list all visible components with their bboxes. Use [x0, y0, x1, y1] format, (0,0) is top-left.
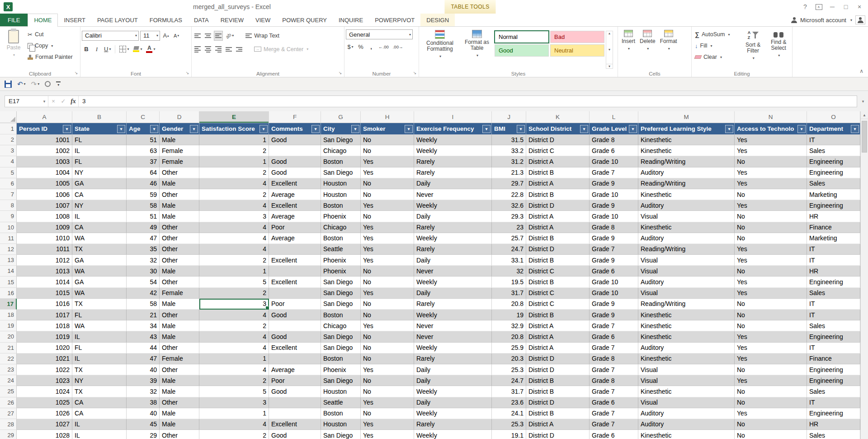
- cell-C14[interactable]: 30: [127, 266, 160, 277]
- cell-I29[interactable]: Weekly: [414, 430, 492, 439]
- cell-F13[interactable]: Excellent: [269, 255, 321, 266]
- cell-B12[interactable]: TX: [72, 244, 127, 255]
- fill-button[interactable]: ↓ Fill ▾: [693, 41, 740, 51]
- tab-powerpivot[interactable]: POWERPIVOT: [369, 14, 420, 26]
- undo-button[interactable]: ↶▾: [17, 80, 26, 88]
- column-header-A[interactable]: A: [17, 111, 72, 123]
- cell-C27[interactable]: 40: [127, 408, 160, 419]
- cell-C18[interactable]: 21: [127, 310, 160, 320]
- cell-D5[interactable]: Other: [160, 167, 199, 178]
- filter-button[interactable]: ▾: [351, 125, 359, 133]
- col-header-person-id[interactable]: Person ID▾: [17, 123, 72, 134]
- cell-J15[interactable]: 19.5: [492, 277, 526, 287]
- cell-O10[interactable]: Finance: [807, 222, 860, 233]
- cell-I21[interactable]: Weekly: [414, 343, 492, 353]
- row-header-4[interactable]: 4: [0, 156, 17, 167]
- cell-M27[interactable]: Auditory: [638, 408, 735, 419]
- cell-F10[interactable]: Poor: [269, 222, 321, 233]
- cell-I7[interactable]: Never: [414, 189, 492, 200]
- find-select-button[interactable]: Find & Select ▾: [766, 28, 791, 58]
- cell-J16[interactable]: 31.7: [492, 288, 526, 299]
- bold-button[interactable]: B: [82, 44, 91, 54]
- cell-G10[interactable]: Chicago: [321, 222, 361, 233]
- cell-F3[interactable]: [269, 145, 321, 156]
- cell-H18[interactable]: No: [361, 310, 414, 320]
- tab-data[interactable]: DATA: [188, 14, 215, 26]
- cell-N20[interactable]: Yes: [735, 331, 807, 342]
- cell-H4[interactable]: Yes: [361, 156, 414, 167]
- cell-D7[interactable]: Other: [160, 189, 199, 200]
- cell-K23[interactable]: District D: [526, 364, 590, 375]
- cell-H12[interactable]: Yes: [361, 244, 414, 255]
- cell-J28[interactable]: 25.3: [492, 419, 526, 430]
- clear-button[interactable]: Clear ▾: [693, 52, 740, 62]
- cell-M29[interactable]: Kinesthetic: [638, 430, 735, 439]
- cell-D10[interactable]: Other: [160, 222, 199, 233]
- cell-K22[interactable]: District D: [526, 353, 590, 364]
- cell-H7[interactable]: No: [361, 189, 414, 200]
- row-header-13[interactable]: 13: [0, 255, 17, 266]
- row-header-10[interactable]: 10: [0, 222, 17, 233]
- cell-B9[interactable]: IL: [72, 211, 127, 222]
- filter-button[interactable]: ▾: [797, 125, 806, 133]
- cell-M6[interactable]: Reading/Writing: [638, 178, 735, 189]
- row-header-27[interactable]: 27: [0, 408, 17, 419]
- cell-L6[interactable]: Grade 9: [590, 178, 638, 189]
- cell-H9[interactable]: No: [361, 211, 414, 222]
- cell-J11[interactable]: 25.7: [492, 233, 526, 244]
- cell-C3[interactable]: 63: [127, 145, 160, 156]
- cell-B6[interactable]: GA: [72, 178, 127, 189]
- cell-K12[interactable]: District D: [526, 244, 590, 255]
- cell-G12[interactable]: Seattle: [321, 244, 361, 255]
- cell-H16[interactable]: Yes: [361, 288, 414, 299]
- filter-button[interactable]: ▾: [629, 125, 637, 133]
- cell-H11[interactable]: Yes: [361, 233, 414, 244]
- cell-O17[interactable]: IT: [807, 299, 860, 310]
- cell-O21[interactable]: IT: [807, 343, 860, 353]
- font-size-select[interactable]: 11 ▾: [140, 31, 160, 41]
- cell-B21[interactable]: FL: [72, 343, 127, 353]
- cell-L11[interactable]: Grade 9: [590, 233, 638, 244]
- col-header-smoker[interactable]: Smoker▾: [361, 123, 414, 134]
- format-painter-button[interactable]: Format Painter: [26, 52, 75, 62]
- cell-C17[interactable]: 58: [127, 299, 160, 310]
- cell-O15[interactable]: Engineering: [807, 277, 860, 287]
- cell-K19[interactable]: District A: [526, 320, 590, 331]
- number-dialog-launcher[interactable]: ↘: [412, 70, 418, 76]
- cell-A19[interactable]: 1018: [17, 320, 72, 331]
- cell-M10[interactable]: Kinesthetic: [638, 222, 735, 233]
- cell-D24[interactable]: Male: [160, 375, 199, 386]
- cell-N19[interactable]: No: [735, 320, 807, 331]
- align-left-button[interactable]: [193, 44, 202, 54]
- cell-G4[interactable]: Boston: [321, 156, 361, 167]
- cell-D29[interactable]: Other: [160, 430, 199, 439]
- cell-A10[interactable]: 1009: [17, 222, 72, 233]
- cell-D23[interactable]: Other: [160, 364, 199, 375]
- cell-N18[interactable]: No: [735, 310, 807, 320]
- fill-color-button[interactable]: ▾: [132, 44, 143, 54]
- cell-J8[interactable]: 32.6: [492, 200, 526, 211]
- cell-H19[interactable]: Yes: [361, 320, 414, 331]
- cell-A12[interactable]: 1011: [17, 244, 72, 255]
- cell-J22[interactable]: 20.3: [492, 353, 526, 364]
- cell-E13[interactable]: 2: [199, 255, 269, 266]
- cell-F17[interactable]: Poor: [269, 299, 321, 310]
- cell-D25[interactable]: Male: [160, 386, 199, 397]
- cell-J9[interactable]: 29.3: [492, 211, 526, 222]
- column-header-K[interactable]: K: [526, 111, 590, 123]
- cell-A5[interactable]: 1004: [17, 167, 72, 178]
- cell-M26[interactable]: Visual: [638, 397, 735, 408]
- cell-I20[interactable]: Never: [414, 331, 492, 342]
- cell-L23[interactable]: Grade 7: [590, 364, 638, 375]
- row-header-22[interactable]: 22: [0, 353, 17, 364]
- cell-K10[interactable]: District A: [526, 222, 590, 233]
- cell-I3[interactable]: Weekly: [414, 145, 492, 156]
- cell-C16[interactable]: 42: [127, 288, 160, 299]
- font-color-button[interactable]: A▾: [145, 44, 156, 54]
- cell-D14[interactable]: Male: [160, 266, 199, 277]
- cell-F8[interactable]: Excellent: [269, 200, 321, 211]
- cell-I15[interactable]: Weekly: [414, 277, 492, 287]
- comma-style-button[interactable]: ,: [367, 42, 376, 52]
- cell-J25[interactable]: 31.7: [492, 386, 526, 397]
- cell-F15[interactable]: Excellent: [269, 277, 321, 287]
